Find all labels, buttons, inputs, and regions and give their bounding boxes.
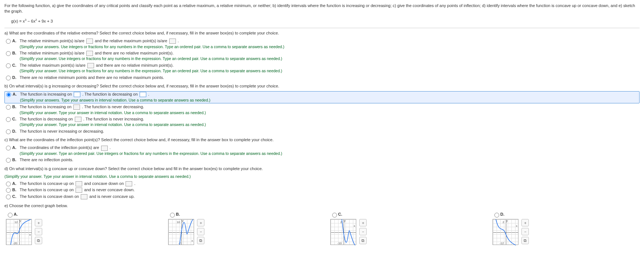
input-up-only[interactable]: [76, 188, 82, 193]
radio-b-a[interactable]: [6, 92, 11, 97]
opt-letter: B.: [12, 50, 17, 56]
popout-icon[interactable]: ⧉: [35, 237, 42, 244]
part-a-option-c[interactable]: C. The relative maximum point(s) is/are …: [4, 63, 640, 74]
input-inflection[interactable]: [101, 146, 108, 151]
graph-thumbnail-d: y 2 -12 x: [493, 219, 518, 245]
opt-content: There are no inflection points.: [20, 157, 640, 163]
radio-a-c[interactable]: [6, 63, 11, 68]
zoom-in-icon[interactable]: ＋: [197, 219, 204, 226]
part-b-option-d[interactable]: D. The function is never increasing or d…: [4, 129, 640, 134]
radio-a-d[interactable]: [6, 76, 11, 80]
opt-content: The function is concave up on and is nev…: [20, 187, 640, 193]
part-c-option-b[interactable]: B. There are no inflection points.: [4, 157, 640, 163]
popout-icon[interactable]: ⧉: [197, 237, 204, 244]
opt-content: There are no relative minimum points and…: [20, 75, 640, 80]
graph-option-d[interactable]: D. y 2 -12 x ＋ － ⧉: [493, 212, 529, 245]
divider: [4, 28, 640, 28]
part-c-prompt: c) What are the coordinates of the infle…: [4, 137, 640, 143]
opt-letter: D.: [500, 212, 505, 217]
popout-icon[interactable]: ⧉: [521, 237, 529, 244]
opt-content: The function is increasing on . The func…: [20, 92, 639, 103]
zoom-out-icon[interactable]: －: [359, 228, 367, 235]
problem-statement: For the following function, a) give the …: [4, 3, 640, 17]
opt-content: The coordinates of the inflection point(…: [20, 145, 640, 156]
opt-content: The function is concave down on and is n…: [20, 194, 640, 199]
opt-letter: D.: [12, 129, 17, 134]
radio-a-a[interactable]: [6, 39, 11, 44]
zoom-out-icon[interactable]: －: [197, 228, 204, 235]
input-max-points[interactable]: [169, 39, 176, 44]
opt-letter: C.: [12, 194, 17, 199]
part-c-option-a[interactable]: A. The coordinates of the inflection poi…: [4, 145, 640, 156]
zoom-in-icon[interactable]: ＋: [521, 219, 529, 226]
opt-letter: A.: [13, 92, 18, 97]
input-increasing[interactable]: [74, 92, 80, 97]
part-b-option-c[interactable]: C. The function is decreasing on . The f…: [4, 116, 640, 128]
part-d-hint: (Simplify your answer. Type your answer …: [4, 174, 640, 179]
radio-b-b[interactable]: [6, 105, 11, 110]
opt-letter: B.: [12, 157, 17, 163]
part-b-prompt: b) On what interval(s) is g increasing o…: [4, 83, 640, 89]
input-concave-down[interactable]: [126, 181, 132, 186]
opt-letter: C.: [12, 63, 17, 68]
part-b-option-a[interactable]: A. The function is increasing on . The f…: [4, 91, 640, 103]
opt-letter: C.: [12, 116, 17, 122]
input-min-only[interactable]: [86, 51, 93, 56]
input-incr-only[interactable]: [73, 105, 80, 110]
opt-letter: B.: [176, 212, 181, 217]
part-b-option-b[interactable]: B. The function is increasing on . The f…: [4, 104, 640, 116]
zoom-in-icon[interactable]: ＋: [359, 219, 367, 226]
input-decr-only[interactable]: [75, 117, 81, 122]
radio-c-b[interactable]: [6, 158, 11, 163]
opt-content: The relative minimum point(s) is/are and…: [20, 38, 640, 50]
input-concave-up[interactable]: [76, 181, 82, 186]
opt-letter: B.: [12, 187, 17, 193]
input-max-only[interactable]: [87, 63, 94, 68]
zoom-in-icon[interactable]: ＋: [35, 219, 42, 226]
radio-d-c[interactable]: [6, 195, 11, 199]
part-a-option-a[interactable]: A. The relative minimum point(s) is/are …: [4, 38, 640, 50]
zoom-out-icon[interactable]: －: [521, 228, 529, 235]
part-d-option-a[interactable]: A. The function is concave up on and con…: [4, 181, 640, 186]
part-a-prompt: a) What are the coordinates of the relat…: [4, 30, 640, 36]
part-a-option-d[interactable]: D. There are no relative minimum points …: [4, 75, 640, 80]
part-d-option-c[interactable]: C. The function is concave down on and i…: [4, 194, 640, 199]
radio-e-b[interactable]: [170, 213, 175, 218]
opt-letter: A.: [12, 181, 17, 186]
graph-thumbnail-b: y 10 -2 x: [168, 219, 194, 245]
radio-d-a[interactable]: [6, 182, 11, 186]
graph-option-b[interactable]: B. y 10 -2 x ＋ － ⧉: [168, 212, 204, 245]
input-min-points[interactable]: [86, 39, 93, 44]
input-down-only[interactable]: [81, 194, 87, 199]
radio-e-c[interactable]: [332, 213, 337, 218]
opt-content: The function is increasing on . The func…: [20, 104, 640, 116]
opt-content: The function is concave up on and concav…: [20, 181, 640, 186]
opt-content: The function is never increasing or decr…: [20, 129, 640, 134]
function-formula: g(x) = x3 − 6x2 + 9x + 3: [4, 17, 640, 27]
radio-a-b[interactable]: [6, 51, 11, 56]
graph-option-c[interactable]: C. y 2 -10 x ＋ － ⧉: [330, 212, 367, 245]
part-d-option-b[interactable]: B. The function is concave up on and is …: [4, 187, 640, 193]
input-decreasing[interactable]: [140, 92, 146, 97]
radio-e-d[interactable]: [494, 213, 499, 218]
radio-b-c[interactable]: [6, 117, 11, 122]
opt-letter: C.: [338, 212, 343, 217]
opt-content: The relative minimum point(s) is/are and…: [20, 50, 640, 62]
radio-b-d[interactable]: [6, 129, 11, 134]
opt-letter: A.: [14, 212, 19, 217]
graph-thumbnail-c: y 2 -10 x: [330, 219, 356, 245]
opt-letter: B.: [12, 104, 17, 110]
part-e-prompt: e) Choose the correct graph below.: [4, 203, 640, 209]
opt-content: The function is decreasing on . The func…: [20, 116, 640, 128]
radio-c-a[interactable]: [6, 146, 11, 150]
radio-e-a[interactable]: [8, 213, 13, 218]
opt-content: The relative maximum point(s) is/are and…: [20, 63, 640, 74]
opt-letter: A.: [12, 145, 17, 150]
graph-option-a[interactable]: A. y 12 -20 x ＋ － ⧉: [6, 212, 42, 245]
zoom-out-icon[interactable]: －: [35, 228, 42, 235]
graph-options-row: A. y 12 -20 x ＋ － ⧉ B. y 10: [4, 212, 640, 245]
radio-d-b[interactable]: [6, 188, 11, 193]
popout-icon[interactable]: ⧉: [359, 237, 367, 244]
part-a-option-b[interactable]: B. The relative minimum point(s) is/are …: [4, 50, 640, 62]
part-d-prompt: d) On what interval(s) is g concave up o…: [4, 166, 640, 172]
